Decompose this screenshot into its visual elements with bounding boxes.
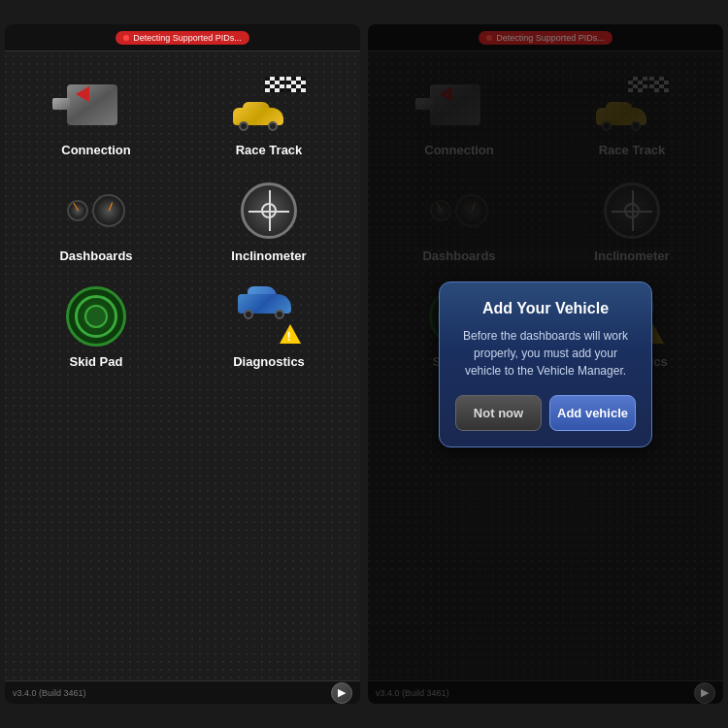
- connector-plug: [52, 98, 70, 110]
- connection-item-left[interactable]: Connection: [10, 61, 182, 167]
- race-car-left: [233, 104, 286, 131]
- checkered-flags-left: [265, 77, 306, 92]
- diagnostics-item-left[interactable]: ! Diagnostics: [182, 273, 355, 379]
- flag1-left: [265, 77, 284, 92]
- nav-arrow-left[interactable]: ▶: [331, 682, 352, 704]
- diag-wheel-front-left: [275, 310, 284, 319]
- not-now-button[interactable]: Not now: [455, 395, 542, 431]
- diagnostics-label-left: Diagnostics: [233, 354, 305, 369]
- connection-label-left: Connection: [61, 143, 131, 157]
- dashboards-label-left: Dashboards: [59, 248, 132, 263]
- inclinometer-icon-left: [241, 182, 297, 239]
- dashboard-icon-left: [67, 194, 125, 227]
- racetrack-label-left: Race Track: [236, 143, 303, 157]
- footer-version-left: v3.4.0 (Build 3461): [13, 688, 86, 698]
- diagnostics-icon-left: !: [238, 290, 301, 344]
- flag2-left: [286, 77, 306, 92]
- dashboards-icon-area-left: [57, 177, 135, 245]
- modal-body: Before the dashboards will work properly…: [455, 327, 636, 380]
- screen-left: Detecting Supported PIDs... Connection: [5, 24, 360, 704]
- modal-title: Add Your Vehicle: [455, 300, 636, 317]
- connection-icon-area-left: [57, 71, 135, 139]
- inclinometer-icon-area-left: [230, 177, 308, 245]
- racetrack-item-left[interactable]: Race Track: [182, 61, 355, 167]
- skidpad-label-left: Skid Pad: [70, 354, 123, 369]
- inclinometer-item-left[interactable]: Inclinometer: [182, 167, 355, 273]
- gauge-large-left: [92, 194, 125, 227]
- skidpad-item-left[interactable]: Skid Pad: [10, 273, 182, 379]
- skid-ring-left: [75, 295, 117, 338]
- dashboards-item-left[interactable]: Dashboards: [10, 167, 182, 273]
- add-vehicle-button[interactable]: Add vehicle: [549, 395, 636, 431]
- diagnostics-icon-area-left: !: [230, 282, 308, 350]
- screens-container: Detecting Supported PIDs... Connection: [5, 24, 723, 704]
- racetrack-icon-left: [233, 77, 306, 133]
- status-indicator-left: Detecting Supported PIDs...: [116, 31, 249, 45]
- gauge-needle-large-left: [109, 202, 113, 211]
- warning-badge-left: !: [280, 324, 301, 344]
- modal-overlay: Add Your Vehicle Before the dashboards w…: [368, 24, 723, 704]
- incl-crosshair-v-left: [269, 190, 271, 231]
- skidpad-icon-left: [66, 286, 126, 347]
- gauge-needle-small-left: [74, 203, 79, 211]
- status-bar-left: Detecting Supported PIDs...: [5, 24, 360, 51]
- inclinometer-label-left: Inclinometer: [231, 248, 306, 263]
- status-text-left: Detecting Supported PIDs...: [133, 33, 242, 43]
- connector-arrow: [76, 86, 89, 102]
- skidpad-icon-area-left: [57, 282, 135, 350]
- warning-exclaim-left: !: [287, 330, 291, 343]
- diag-wheel-rear-left: [244, 310, 253, 319]
- warning-triangle-left: !: [280, 324, 301, 344]
- connector-body: [67, 84, 117, 125]
- footer-bar-left: v3.4.0 (Build 3461) ▶: [5, 680, 360, 704]
- racetrack-icon-area-left: [230, 71, 308, 139]
- car-wheel-front-left: [268, 121, 278, 131]
- gauge-small-left: [67, 200, 88, 221]
- connection-icon-left: [62, 77, 130, 133]
- modal-box: Add Your Vehicle Before the dashboards w…: [439, 281, 652, 447]
- diag-car-left: [238, 290, 294, 319]
- car-wheel-rear-left: [239, 121, 248, 131]
- modal-buttons: Not now Add vehicle: [455, 395, 636, 431]
- screen-right: Detecting Supported PIDs... Connection: [368, 24, 723, 704]
- status-dot-left: [123, 35, 129, 41]
- grid-left: Connection: [5, 51, 360, 388]
